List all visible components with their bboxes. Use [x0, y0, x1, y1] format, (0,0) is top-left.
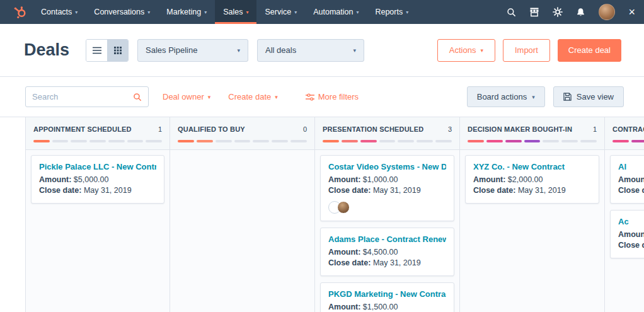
board-column-contract-sent: CONTRACT SENT Al Amount: [605, 117, 644, 312]
nav-item-service[interactable]: Service ▾ [256, 0, 305, 24]
amount-value: $4,500.00 [363, 248, 398, 257]
column-header: QUALIFIED TO BUY 0 [170, 117, 314, 150]
chevron-down-icon: ▾ [275, 94, 278, 100]
nav-item-conversations[interactable]: Conversations ▾ [86, 0, 158, 24]
amount-value: $1,000.00 [363, 175, 398, 184]
deal-card-title[interactable]: Al [618, 162, 644, 171]
column-count: 3 [448, 125, 452, 133]
search-input[interactable] [32, 92, 133, 101]
page-header: Deals Sales Pipeline ▾ All deals ▾ Actio… [0, 24, 644, 77]
board-view-button[interactable] [107, 40, 128, 61]
notifications-bell-icon[interactable] [576, 8, 585, 17]
board-column-decision-maker-bought-in: DECISION MAKER BOUGHT-IN 1 XYZ Co. - New… [460, 117, 605, 312]
stage-progress-bar [612, 140, 644, 142]
list-view-button[interactable] [86, 40, 107, 61]
search-box[interactable] [25, 86, 149, 107]
deal-card[interactable]: Adams Place - Contract Renewal Amount: $… [320, 228, 454, 276]
close-date-label: Close date: [39, 186, 81, 195]
hubspot-logo-icon[interactable] [6, 0, 33, 24]
pipeline-select[interactable]: Sales Pipeline ▾ [137, 39, 248, 62]
top-navbar: Contacts ▾ Conversations ▾ Marketing ▾ S… [0, 0, 644, 24]
import-button[interactable]: Import [503, 39, 550, 62]
column-name: DECISION MAKER BOUGHT-IN [468, 125, 572, 133]
column-count: 1 [158, 125, 162, 133]
deal-card[interactable]: Pickle Palace LLC - New Contract Amount:… [31, 155, 164, 204]
amount-label: Amount: [328, 175, 360, 184]
close-date-value: May 31, 2019 [373, 186, 421, 195]
chevron-down-icon: ▾ [354, 47, 357, 54]
amount-label: Amount: [618, 175, 644, 184]
amount-label: Amount: [39, 175, 71, 184]
close-date-label: Close date: [328, 258, 371, 267]
deal-owner-filter[interactable]: Deal owner ▾ [163, 92, 210, 101]
nav-item-sales[interactable]: Sales ▾ [215, 0, 256, 24]
chevron-down-icon: ▾ [246, 9, 248, 15]
stage-progress-bar [33, 140, 162, 142]
deal-card-title[interactable]: Adams Place - Contract Renewal [328, 234, 446, 244]
chevron-down-icon: ▾ [480, 47, 483, 54]
user-avatar[interactable] [599, 4, 615, 20]
deal-card-title[interactable]: Ac [618, 217, 644, 226]
column-count: 1 [593, 125, 597, 133]
chevron-down-icon: ▾ [75, 9, 78, 15]
board-column-appointment-scheduled: APPOINTMENT SCHEDULED 1 Pickle Palace LL… [25, 117, 170, 312]
column-header: APPOINTMENT SCHEDULED 1 [26, 117, 170, 150]
nav-item-automation[interactable]: Automation ▾ [305, 0, 367, 24]
create-deal-button[interactable]: Create deal [558, 39, 621, 62]
deal-card-title[interactable]: Costar Video Systems - New Deal [328, 162, 446, 171]
close-date-label: Close date: [473, 186, 515, 195]
close-icon[interactable]: × [628, 6, 635, 18]
column-header: CONTRACT SENT [605, 117, 644, 150]
chevron-down-icon: ▾ [532, 94, 535, 100]
deal-card[interactable]: PKGD Marketing - New Contract Amount: $1… [320, 282, 454, 312]
search-icon [133, 93, 142, 101]
chevron-down-icon: ▾ [294, 9, 297, 15]
deal-card[interactable]: Ac Amount: Close date: [610, 210, 644, 258]
page-title: Deals [24, 40, 69, 60]
contact-avatar [337, 201, 350, 214]
deal-card[interactable]: XYZ Co. - New Contract Amount: $2,000.00… [465, 155, 599, 204]
chevron-down-icon: ▾ [147, 9, 150, 15]
filter-bar-actions: Board actions ▾ Save view [467, 86, 624, 107]
amount-value: $2,000.00 [508, 175, 543, 184]
deal-card[interactable]: Costar Video Systems - New Deal Amount: … [320, 155, 454, 221]
column-name: QUALIFIED TO BUY [178, 125, 245, 133]
deal-card[interactable]: Al Amount: Close date: [610, 155, 644, 204]
close-date-value: May 31, 2019 [518, 186, 566, 195]
board-actions-button[interactable]: Board actions ▾ [467, 86, 545, 107]
close-date-value: May 31, 2019 [373, 258, 421, 267]
save-icon [563, 93, 572, 101]
header-actions: Actions ▾ Import Create deal [437, 39, 621, 62]
column-body: Pickle Palace LLC - New Contract Amount:… [26, 150, 170, 312]
chevron-down-icon: ▾ [208, 94, 211, 100]
close-date-label: Close date: [618, 186, 644, 195]
settings-gear-icon[interactable] [553, 7, 563, 17]
actions-button[interactable]: Actions ▾ [437, 39, 495, 62]
deal-card-title[interactable]: PKGD Marketing - New Contract [328, 289, 446, 299]
nav-item-contacts[interactable]: Contacts ▾ [33, 0, 86, 24]
deal-board: APPOINTMENT SCHEDULED 1 Pickle Palace LL… [0, 117, 644, 312]
column-body: XYZ Co. - New Contract Amount: $2,000.00… [460, 150, 604, 312]
card-avatars [328, 201, 446, 214]
amount-label: Amount: [473, 175, 505, 184]
nav-utilities: × [507, 0, 644, 24]
nav-item-reports[interactable]: Reports ▾ [367, 0, 417, 24]
marketplace-icon[interactable] [529, 7, 539, 17]
chevron-down-icon: ▾ [238, 47, 241, 54]
column-body [170, 150, 314, 312]
board-column-presentation-scheduled: PRESENTATION SCHEDULED 3 Costar Video Sy… [315, 117, 460, 312]
search-icon[interactable] [507, 8, 516, 17]
deal-card-title[interactable]: Pickle Palace LLC - New Contract [39, 162, 156, 171]
nav-item-marketing[interactable]: Marketing ▾ [158, 0, 215, 24]
column-name: CONTRACT SENT [612, 125, 644, 133]
deal-card-title[interactable]: XYZ Co. - New Contract [473, 162, 591, 171]
column-header: DECISION MAKER BOUGHT-IN 1 [460, 117, 604, 150]
amount-label: Amount: [328, 248, 360, 257]
column-body: Costar Video Systems - New Deal Amount: … [315, 150, 459, 312]
create-date-filter[interactable]: Create date ▾ [228, 92, 277, 101]
filter-bar: Deal owner ▾ Create date ▾ More filters … [0, 77, 644, 117]
save-view-button[interactable]: Save view [553, 86, 624, 107]
more-filters-link[interactable]: More filters [306, 92, 359, 101]
stage-progress-bar [178, 140, 307, 142]
deal-scope-select[interactable]: All deals ▾ [257, 39, 364, 62]
